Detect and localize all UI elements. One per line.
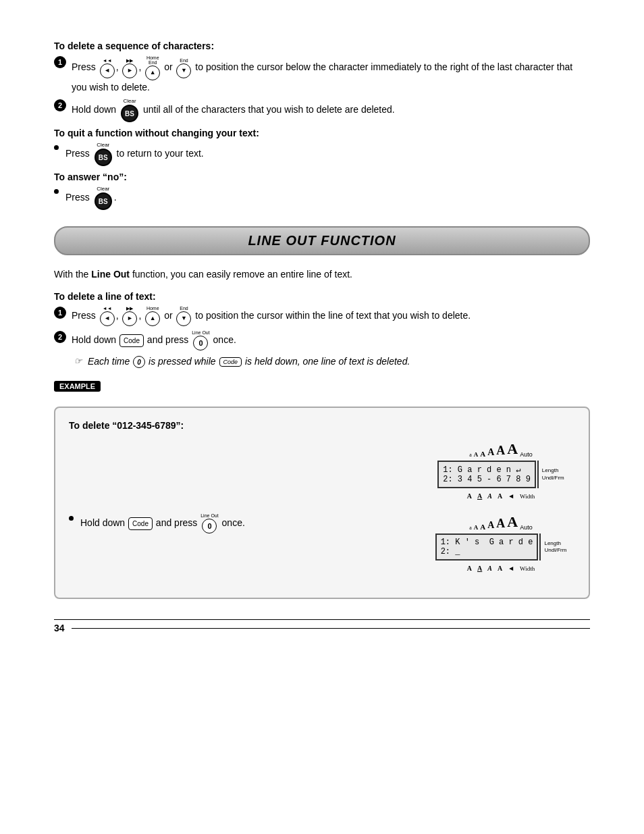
quit-function-header: To quit a function without changing your… bbox=[54, 128, 590, 138]
key-bs-no: Clear BS bbox=[93, 186, 113, 210]
step2-text: Hold down Clear BS until all of the char… bbox=[72, 99, 395, 122]
step1b-text: Press ◄◄ ◄ , ▶▶ ► , Home ▲ or E bbox=[72, 306, 471, 326]
page-content: To delete a sequence of characters: 1 Pr… bbox=[54, 41, 590, 633]
lcd2-bottom-row: A A A A ◄ Width bbox=[467, 565, 535, 572]
page-footer: 34 bbox=[54, 619, 590, 633]
delete-line-header: To delete a line of text: bbox=[54, 291, 590, 302]
page-number: 34 bbox=[54, 623, 65, 633]
example-left2: Hold down Code and press Line Out 0 once… bbox=[69, 513, 427, 539]
lcd1-container: a A A A A A Auto 1: G a r d e n ↵ 2: 3 4… bbox=[427, 440, 575, 500]
delete-sequence-header: To delete a sequence of characters: bbox=[54, 41, 590, 51]
key-down: End ▼ bbox=[176, 58, 192, 78]
banner-title: LINE OUT FUNCTION bbox=[248, 233, 396, 248]
example-bullet-list: Hold down Code and press Line Out 0 once… bbox=[69, 513, 413, 533]
lcd1-size-row: a A A A A A Auto bbox=[469, 440, 533, 458]
lcd2-screen: 1: K ' s G a r d e 2: _ bbox=[435, 533, 539, 561]
example-row1: a A A A A A Auto 1: G a r d e n ↵ 2: 3 4… bbox=[69, 440, 575, 500]
delete-line-step2: 2 Hold down Code and press Line Out 0 on… bbox=[54, 330, 590, 350]
example-box: To delete “012-345-6789”: a A A A A A Au… bbox=[54, 407, 590, 599]
lcd1-bottom-row: A A A A ◄ Width bbox=[467, 492, 535, 500]
key-home: HomeEnd ▲ bbox=[144, 55, 161, 80]
example-display1: a A A A A A Auto 1: G a r d e n ↵ 2: 3 4… bbox=[427, 440, 575, 500]
footer-rule bbox=[72, 628, 590, 629]
example-display2: a A A A A A Auto 1: K ' s G a r d e 2: _ bbox=[427, 513, 575, 572]
step2-number: 2 bbox=[54, 99, 66, 111]
lcd2-container: a A A A A A Auto 1: K ' s G a r d e 2: _ bbox=[427, 513, 575, 572]
step2b-text: Hold down Code and press Line Out 0 once… bbox=[72, 330, 236, 350]
example-bullet: Hold down Code and press Line Out 0 once… bbox=[69, 513, 413, 533]
delete-line-list: 1 Press ◄◄ ◄ , ▶▶ ► , Home ▲ or bbox=[54, 306, 590, 350]
key-bs-clear: Clear BS bbox=[119, 99, 140, 122]
example-bullet-dot bbox=[69, 516, 74, 521]
quit-function-text: Press Clear BS to return to your text. bbox=[65, 142, 204, 166]
delete-sequence-step1: 1 Press ◄◄ ◄ , ▶▶ ► , HomeEnd ▲ bbox=[54, 55, 590, 95]
answer-no-header: To answer “no”: bbox=[54, 172, 590, 182]
quit-function-list: Press Clear BS to return to your text. bbox=[54, 142, 590, 166]
key-lineout-example: Line Out 0 bbox=[200, 513, 218, 533]
quit-function-section: To quit a function without changing your… bbox=[54, 128, 590, 166]
example-badge-wrapper: EXAMPLE bbox=[54, 380, 590, 400]
step1-text: Press ◄◄ ◄ , ▶▶ ► , HomeEnd ▲ or bbox=[72, 55, 590, 95]
quit-function-bullet: Press Clear BS to return to your text. bbox=[54, 142, 590, 166]
step1-number: 1 bbox=[54, 56, 66, 68]
example-badge: EXAMPLE bbox=[54, 381, 101, 392]
delete-sequence-list: 1 Press ◄◄ ◄ , ▶▶ ► , HomeEnd ▲ bbox=[54, 55, 590, 122]
key-back: ◄◄ ◄ bbox=[99, 58, 115, 78]
lcd1-sidebar: Length Undl/Frm bbox=[542, 467, 564, 481]
example-row2: Hold down Code and press Line Out 0 once… bbox=[69, 513, 575, 572]
note-icon: ☞ bbox=[74, 356, 82, 366]
answer-no-bullet: Press Clear BS . bbox=[54, 186, 590, 210]
key-forward2: ▶▶ ► bbox=[122, 306, 138, 326]
step1b-number: 1 bbox=[54, 307, 66, 319]
lcd2-size-row: a A A A A A Auto bbox=[469, 513, 533, 531]
lcd1-screen: 1: G a r d e n ↵ 2: 3 4 5 - 6 7 8 9 bbox=[437, 461, 536, 488]
answer-no-section: To answer “no”: Press Clear BS . bbox=[54, 172, 590, 210]
key-down2: End ▼ bbox=[176, 306, 192, 326]
delete-line-section: To delete a line of text: 1 Press ◄◄ ◄ ,… bbox=[54, 291, 590, 368]
key-code: Code bbox=[119, 334, 144, 347]
key-code-example: Code bbox=[128, 517, 153, 530]
key-bs-quit: Clear BS bbox=[93, 142, 113, 166]
example-bullet-text: Hold down Code and press Line Out 0 once… bbox=[80, 513, 245, 533]
delete-sequence-step2: 2 Hold down Clear BS until all of the ch… bbox=[54, 99, 590, 122]
key-lineout-0: Line Out 0 bbox=[192, 330, 209, 350]
key-back2: ◄◄ ◄ bbox=[99, 306, 115, 326]
key-home2: Home ▲ bbox=[144, 306, 161, 326]
answer-no-list: Press Clear BS . bbox=[54, 186, 590, 210]
line-out-banner: LINE OUT FUNCTION bbox=[54, 226, 590, 255]
lcd1-screen-wrapper: 1: G a r d e n ↵ 2: 3 4 5 - 6 7 8 9 Leng… bbox=[437, 461, 564, 488]
step2b-number: 2 bbox=[54, 331, 66, 343]
key-forward: ▶▶ ► bbox=[122, 58, 138, 78]
intro-text: With the Line Out function, you can easi… bbox=[54, 267, 590, 282]
bullet-dot-2 bbox=[54, 189, 59, 194]
example-box-title: To delete “012-345-6789”: bbox=[69, 420, 575, 431]
answer-no-text: Press Clear BS . bbox=[65, 186, 117, 210]
note-text: Each time 0 is pressed while Code is hel… bbox=[88, 356, 410, 368]
delete-sequence-section: To delete a sequence of characters: 1 Pr… bbox=[54, 41, 590, 122]
bullet-dot bbox=[54, 145, 59, 150]
delete-line-step1: 1 Press ◄◄ ◄ , ▶▶ ► , Home ▲ or bbox=[54, 306, 590, 326]
lcd2-screen-wrapper: 1: K ' s G a r d e 2: _ Length Undl/Frm bbox=[435, 533, 567, 561]
lcd2-sidebar: Length Undl/Frm bbox=[544, 540, 566, 554]
note-line: ☞ Each time 0 is pressed while Code is h… bbox=[74, 356, 590, 368]
